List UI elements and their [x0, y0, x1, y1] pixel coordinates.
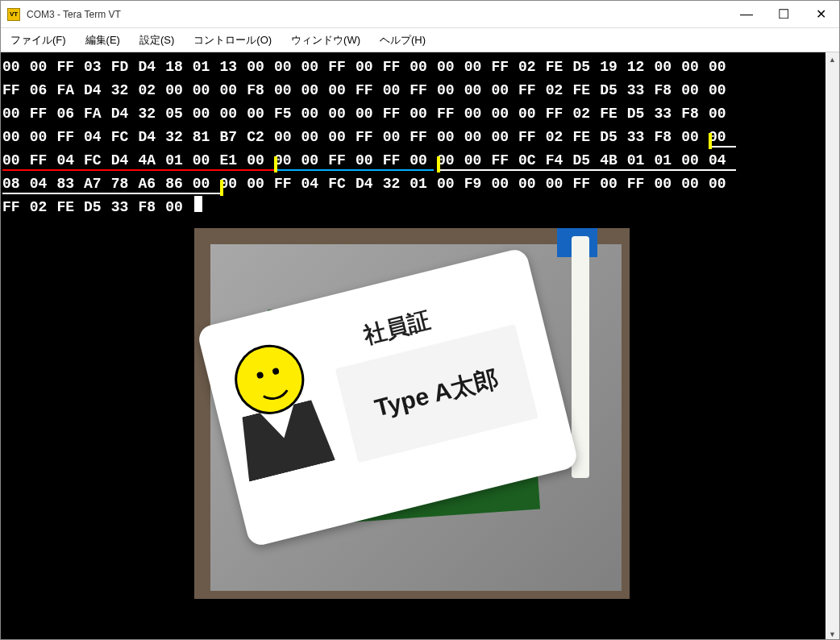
hex-byte: FE: [56, 196, 84, 219]
hex-byte: 00: [220, 79, 247, 102]
hex-byte: 04: [84, 126, 111, 149]
hex-byte: FA: [56, 79, 84, 102]
hex-byte: 00: [328, 126, 356, 149]
hex-byte: 03: [84, 56, 111, 79]
cursor: [194, 196, 202, 212]
hex-byte: F8: [247, 79, 274, 102]
hex-byte: 00: [301, 56, 329, 79]
scrollbar[interactable]: ▲ ▼: [825, 52, 839, 640]
flat-cable: [572, 236, 589, 478]
hex-byte: 00: [655, 56, 682, 79]
hex-byte: 00: [220, 102, 247, 126]
hex-byte: 02: [546, 79, 573, 102]
hex-byte: 32: [165, 126, 193, 149]
hex-byte: 06: [56, 102, 84, 126]
hex-byte: D5: [600, 79, 627, 102]
hex-byte: 33: [627, 79, 655, 102]
hex-byte: 00: [518, 102, 546, 126]
app-icon: VT: [7, 8, 20, 21]
hex-byte: 06: [30, 79, 57, 102]
hex-byte: 00: [356, 102, 383, 126]
titlebar: VT COM3 - Tera Term VT — ☐ ✕: [1, 1, 839, 28]
hex-byte: FF: [356, 79, 383, 102]
hex-byte: 00: [274, 79, 301, 102]
hex-byte: 00: [165, 79, 193, 102]
hex-byte: F8: [655, 126, 682, 149]
hex-byte: 00: [193, 102, 220, 126]
menu-window[interactable]: ウィンドウ(W): [288, 31, 364, 49]
hex-byte: 00: [2, 102, 30, 126]
hex-byte: 00: [383, 126, 410, 149]
hex-byte: 32: [383, 172, 410, 196]
hex-byte: 00: [437, 126, 464, 149]
maximize-button[interactable]: ☐: [765, 2, 802, 27]
hex-byte: 00: [681, 79, 709, 102]
window-buttons: — ☐ ✕: [728, 2, 839, 27]
embedded-photo: 社員証 Type A太郎: [194, 228, 630, 599]
hex-byte: 00: [2, 126, 30, 149]
menu-help[interactable]: ヘルプ(H): [376, 31, 429, 49]
hex-byte: 33: [655, 102, 682, 126]
menu-setup[interactable]: 設定(S): [136, 31, 177, 49]
hex-byte: 00: [464, 79, 492, 102]
hex-byte: 00: [464, 102, 492, 126]
terminal[interactable]: 0000FF03FDD4180113000000FF00FF000000FF02…: [1, 52, 825, 640]
hex-byte: 00: [356, 56, 383, 79]
hex-byte: 04: [301, 172, 329, 196]
hex-byte: FF: [383, 56, 410, 79]
hex-row: 00FF06FAD43205000000F5000000FF00FF000000…: [2, 102, 825, 126]
hex-byte: B7: [220, 126, 247, 149]
hex-byte: FF: [518, 79, 546, 102]
hex-byte: F8: [138, 196, 165, 219]
card-name: Type A太郎: [372, 362, 502, 425]
hex-byte: D4: [356, 172, 383, 196]
menu-edit[interactable]: 編集(E): [82, 31, 123, 49]
hex-byte: 00: [30, 126, 57, 149]
hex-byte: FE: [546, 56, 573, 79]
hex-byte: D5: [572, 56, 600, 79]
hex-byte: D5: [84, 196, 111, 219]
scroll-down-button[interactable]: ▼: [825, 627, 839, 640]
hex-byte: FC: [328, 172, 356, 196]
hex-byte: 00: [464, 126, 492, 149]
hex-byte: 00: [410, 102, 437, 126]
hex-byte: 00: [328, 102, 356, 126]
hex-byte: 01: [193, 56, 220, 79]
hex-byte: FC: [111, 126, 139, 149]
hex-row: 0000FF04FCD43281B7C2000000FF00FF000000FF…: [2, 126, 825, 149]
terminal-area: 0000FF03FDD4180113000000FF00FF000000FF02…: [1, 52, 839, 640]
hex-byte: 00: [437, 56, 464, 79]
hex-byte: FF: [356, 126, 383, 149]
hex-byte: FF: [437, 102, 464, 126]
hex-byte: FE: [572, 126, 600, 149]
hex-dump: 0000FF03FDD4180113000000FF00FF000000FF02…: [2, 56, 825, 219]
hex-byte: F9: [464, 172, 492, 196]
scroll-up-button[interactable]: ▲: [825, 52, 839, 66]
hex-byte: FF: [491, 56, 518, 79]
card-title: 社員証: [360, 305, 434, 351]
scroll-track[interactable]: [825, 66, 839, 627]
hex-byte: FA: [84, 102, 111, 126]
hex-byte: 00: [165, 196, 193, 219]
hex-byte: 00: [709, 172, 736, 196]
hex-byte: D5: [627, 102, 655, 126]
hex-byte: 18: [165, 56, 193, 79]
hex-byte: 00: [410, 56, 437, 79]
hex-byte: 00: [383, 79, 410, 102]
close-button[interactable]: ✕: [802, 2, 839, 27]
menu-control[interactable]: コントロール(O): [190, 31, 275, 49]
hex-byte: 00: [709, 102, 736, 126]
hex-byte: FF: [518, 126, 546, 149]
hex-byte: 00: [709, 56, 736, 79]
hex-byte: C2: [247, 126, 274, 149]
hex-byte: FF: [2, 79, 30, 102]
hex-byte: FF: [572, 172, 600, 196]
hex-row: 080483A778A686000000FF04FCD4320100F90000…: [2, 172, 825, 196]
hex-byte: 02: [518, 56, 546, 79]
hex-byte: 00: [30, 56, 57, 79]
hex-byte: FF: [546, 102, 573, 126]
hex-byte: 00: [2, 56, 30, 79]
menu-file[interactable]: ファイル(F): [7, 31, 69, 49]
minimize-button[interactable]: —: [728, 2, 765, 27]
hex-byte: 00: [655, 172, 682, 196]
